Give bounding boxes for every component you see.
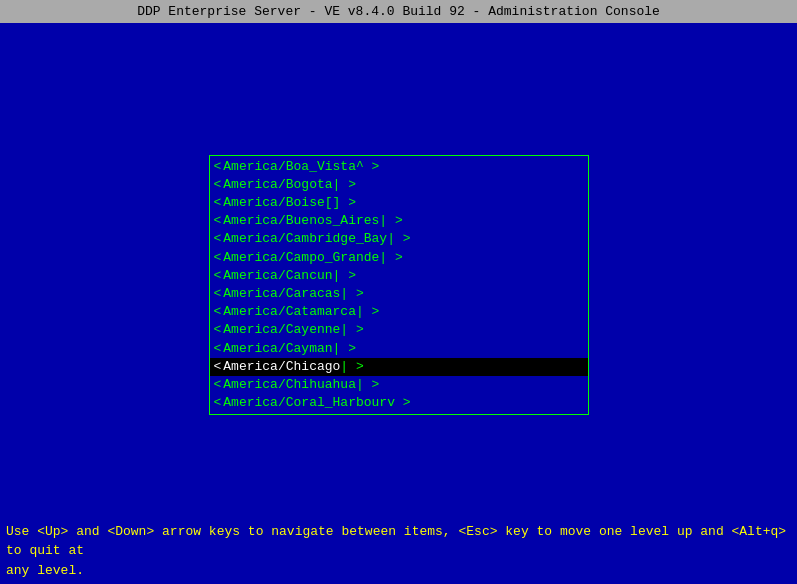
list-item[interactable]: < America/Boise [] >: [210, 194, 588, 212]
item-text: America/Buenos_Aires: [223, 212, 379, 230]
scroll-indicator: ^ >: [356, 158, 379, 176]
scroll-indicator: | >: [333, 267, 356, 285]
item-prefix: <: [214, 303, 222, 321]
list-item[interactable]: < America/Cancun | >: [210, 267, 588, 285]
list-item[interactable]: < America/Boa_Vista ^ >: [210, 158, 588, 176]
status-line2: any level.: [6, 561, 791, 581]
item-text: America/Bogota: [223, 176, 332, 194]
scroll-indicator: | >: [340, 358, 363, 376]
item-text: America/Boa_Vista: [223, 158, 356, 176]
list-item[interactable]: < America/Cayenne | >: [210, 321, 588, 339]
list-item[interactable]: < America/Catamarca | >: [210, 303, 588, 321]
item-text: America/Boise: [223, 194, 324, 212]
list-item[interactable]: < America/Cayman | >: [210, 340, 588, 358]
item-prefix: <: [214, 376, 222, 394]
item-prefix: <: [214, 340, 222, 358]
title-bar: DDP Enterprise Server - VE v8.4.0 Build …: [0, 0, 797, 23]
scroll-indicator: | >: [356, 303, 379, 321]
item-prefix: <: [214, 321, 222, 339]
scroll-indicator: | >: [379, 249, 402, 267]
item-text: America/Chihuahua: [223, 376, 356, 394]
status-line1: Use <Up> and <Down> arrow keys to naviga…: [6, 522, 791, 561]
scroll-indicator: | >: [340, 321, 363, 339]
item-text: America/Cayenne: [223, 321, 340, 339]
item-prefix: <: [214, 358, 222, 376]
scroll-indicator: | >: [387, 230, 410, 248]
scroll-indicator: | >: [333, 176, 356, 194]
item-prefix: <: [214, 230, 222, 248]
main-area: < America/Boa_Vista ^ >< America/Bogota …: [0, 23, 797, 537]
scroll-indicator: | >: [356, 376, 379, 394]
list-item[interactable]: < America/Bogota | >: [210, 176, 588, 194]
item-prefix: <: [214, 158, 222, 176]
scroll-indicator: | >: [340, 285, 363, 303]
item-prefix: <: [214, 394, 222, 412]
item-text: America/Cancun: [223, 267, 332, 285]
list-box[interactable]: < America/Boa_Vista ^ >< America/Bogota …: [209, 155, 589, 416]
list-item[interactable]: < America/Cambridge_Bay | >: [210, 230, 588, 248]
item-prefix: <: [214, 212, 222, 230]
item-text: America/Campo_Grande: [223, 249, 379, 267]
item-text: America/Coral_Harbour: [223, 394, 387, 412]
item-text: America/Catamarca: [223, 303, 356, 321]
list-item[interactable]: < America/Caracas | >: [210, 285, 588, 303]
item-prefix: <: [214, 176, 222, 194]
list-item[interactable]: < America/Chihuahua | >: [210, 376, 588, 394]
item-text: America/Cambridge_Bay: [223, 230, 387, 248]
list-item[interactable]: < America/Coral_Harbour v >: [210, 394, 588, 412]
item-prefix: <: [214, 249, 222, 267]
item-prefix: <: [214, 285, 222, 303]
scroll-indicator: v >: [387, 394, 410, 412]
scroll-indicator: [] >: [325, 194, 356, 212]
item-text: America/Caracas: [223, 285, 340, 303]
list-item[interactable]: < America/Chicago | >: [210, 358, 588, 376]
list-item[interactable]: < America/Buenos_Aires | >: [210, 212, 588, 230]
item-text: America/Chicago: [223, 358, 340, 376]
item-prefix: <: [214, 194, 222, 212]
list-item[interactable]: < America/Campo_Grande | >: [210, 249, 588, 267]
scroll-indicator: | >: [333, 340, 356, 358]
scroll-indicator: | >: [379, 212, 402, 230]
status-bar: Use <Up> and <Down> arrow keys to naviga…: [0, 518, 797, 585]
item-text: America/Cayman: [223, 340, 332, 358]
title-text: DDP Enterprise Server - VE v8.4.0 Build …: [137, 4, 660, 19]
item-prefix: <: [214, 267, 222, 285]
